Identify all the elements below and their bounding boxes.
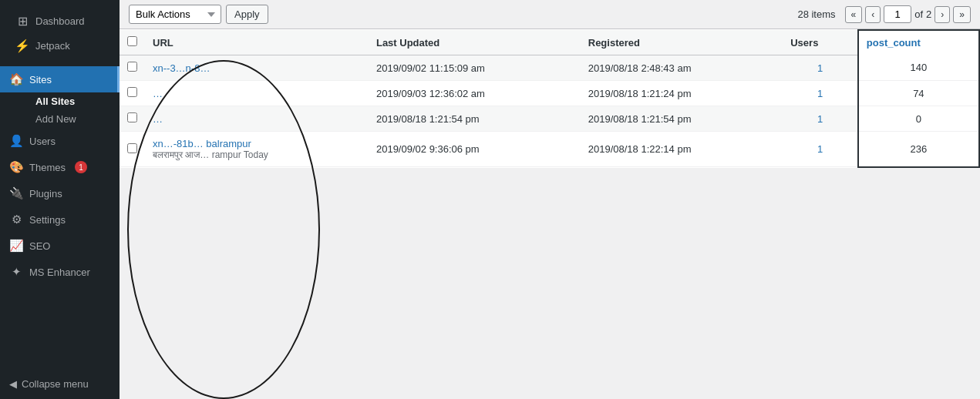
themes-icon: 🎨 xyxy=(9,160,23,174)
last-page-icon: » xyxy=(959,9,965,20)
header-last-updated: Last Updated xyxy=(369,30,581,55)
row-users: 1 xyxy=(783,106,858,132)
sidebar-logo-section: ⊞ Dashboard ⚡ Jetpack xyxy=(0,0,120,63)
header-post-count: post_count xyxy=(858,30,979,55)
items-count: 28 items xyxy=(797,8,835,20)
page-of-text: of xyxy=(914,8,923,20)
row-post-count: 140 xyxy=(858,55,979,81)
first-page-icon: « xyxy=(851,9,857,20)
row-checkbox-cell xyxy=(120,106,145,132)
last-page-button[interactable]: » xyxy=(953,6,971,23)
select-all-checkbox[interactable] xyxy=(127,36,137,46)
sidebar-item-themes[interactable]: 🎨 Themes 1 xyxy=(0,154,120,180)
sidebar-item-users[interactable]: 👤 Users xyxy=(0,128,120,154)
plugins-icon: 🔌 xyxy=(9,186,23,200)
row-post-count: 74 xyxy=(858,81,979,106)
sidebar-add-new[interactable]: Add New xyxy=(29,110,120,128)
row-post-count: 236 xyxy=(858,132,979,167)
row-last-updated: 2019/08/18 1:21:54 pm xyxy=(369,106,581,132)
sidebar-plugins-label: Plugins xyxy=(29,188,62,200)
row-users: 1 xyxy=(783,81,858,106)
sidebar-item-seo[interactable]: 📈 SEO xyxy=(0,233,120,259)
table-header-row: URL Last Updated Registered Users post_c… xyxy=(120,30,979,55)
collapse-menu-button[interactable]: ◀ Collapse menu xyxy=(0,369,120,399)
url-link[interactable]: … xyxy=(153,88,163,99)
row-checkbox-cell xyxy=(120,132,145,167)
row-registered: 2019/08/18 1:21:54 pm xyxy=(581,106,783,132)
prev-page-icon: ‹ xyxy=(871,9,874,20)
sidebar: ⊞ Dashboard ⚡ Jetpack 🏠 Sites All Sites … xyxy=(0,0,120,399)
sidebar-item-dashboard[interactable]: ⊞ Dashboard xyxy=(9,9,110,32)
url-link[interactable]: xn…-81b… balrampur xyxy=(153,138,251,149)
next-page-button[interactable]: › xyxy=(935,6,950,23)
jetpack-icon: ⚡ xyxy=(15,39,29,52)
sidebar-users-label: Users xyxy=(29,136,56,147)
header-users: Users xyxy=(783,30,858,55)
settings-icon: ⚙ xyxy=(9,213,23,226)
row-url: xn--3…n-8… xyxy=(145,55,369,81)
sidebar-jetpack-label: Jetpack xyxy=(35,40,70,52)
sidebar-nav: 🏠 Sites All Sites Add New 👤 Users 🎨 Them… xyxy=(0,63,120,369)
users-icon: 👤 xyxy=(9,134,23,148)
main-content: Bulk Actions Apply 28 items « ‹ of 2 › » xyxy=(120,0,980,399)
row-url: xn…-81b… balrampur बलरामपुर आज… rampur T… xyxy=(145,132,369,167)
sidebar-all-sites[interactable]: All Sites xyxy=(29,92,120,110)
table-body: xn--3…n-8… 2019/09/02 11:15:09 am 2019/0… xyxy=(120,55,979,167)
header-registered: Registered xyxy=(581,30,783,55)
row-checkbox[interactable] xyxy=(127,143,137,153)
prev-page-button[interactable]: ‹ xyxy=(865,6,881,23)
row-last-updated: 2019/09/03 12:36:02 am xyxy=(369,81,581,106)
users-link[interactable]: 1 xyxy=(817,62,823,74)
url-link[interactable]: xn--3…n-8… xyxy=(153,62,210,74)
table-row: … 2019/08/18 1:21:54 pm 2019/08/18 1:21:… xyxy=(120,106,979,132)
row-checkbox[interactable] xyxy=(127,112,137,122)
row-post-count: 0 xyxy=(858,106,979,132)
users-link[interactable]: 1 xyxy=(817,143,823,155)
sites-icon: 🏠 xyxy=(9,72,23,86)
row-registered: 2019/08/18 1:21:24 pm xyxy=(581,81,783,106)
row-registered: 2019/08/18 2:48:43 am xyxy=(581,55,783,81)
url-link[interactable]: … xyxy=(153,113,163,125)
row-checkbox[interactable] xyxy=(127,62,137,72)
themes-badge: 1 xyxy=(75,161,87,173)
row-checkbox-cell xyxy=(120,81,145,106)
header-url: URL xyxy=(145,30,369,55)
row-users: 1 xyxy=(783,132,858,167)
row-last-updated: 2019/09/02 11:15:09 am xyxy=(369,55,581,81)
sidebar-item-plugins[interactable]: 🔌 Plugins xyxy=(0,180,120,206)
sidebar-ms-enhancer-label: MS Enhancer xyxy=(29,267,90,278)
row-last-updated: 2019/09/02 9:36:06 pm xyxy=(369,132,581,167)
row-url: … xyxy=(145,81,369,106)
table-container: URL Last Updated Registered Users post_c… xyxy=(120,29,980,399)
bulk-actions-select[interactable]: Bulk Actions xyxy=(129,5,221,24)
users-link[interactable]: 1 xyxy=(817,113,823,125)
page-number-input[interactable] xyxy=(884,5,911,23)
header-checkbox-cell xyxy=(120,30,145,55)
dashboard-icon: ⊞ xyxy=(15,14,29,28)
row-checkbox[interactable] xyxy=(127,87,137,97)
total-pages: 2 xyxy=(926,8,931,20)
seo-icon: 📈 xyxy=(9,239,23,253)
sidebar-item-settings[interactable]: ⚙ Settings xyxy=(0,206,120,233)
table-row: xn--3…n-8… 2019/09/02 11:15:09 am 2019/0… xyxy=(120,55,979,81)
collapse-label: Collapse menu xyxy=(22,378,89,390)
ms-enhancer-icon: ✦ xyxy=(9,265,23,279)
first-page-button[interactable]: « xyxy=(845,6,863,23)
toolbar: Bulk Actions Apply 28 items « ‹ of 2 › » xyxy=(120,0,980,29)
sidebar-seo-label: SEO xyxy=(29,240,50,252)
pagination-controls: 28 items « ‹ of 2 › » xyxy=(797,5,971,23)
sidebar-item-jetpack[interactable]: ⚡ Jetpack xyxy=(9,34,110,57)
apply-button[interactable]: Apply xyxy=(226,5,268,24)
sidebar-item-ms-enhancer[interactable]: ✦ MS Enhancer xyxy=(0,259,120,285)
sidebar-item-sites[interactable]: 🏠 Sites xyxy=(0,66,120,92)
sidebar-sites-label: Sites xyxy=(29,74,52,86)
sidebar-themes-label: Themes xyxy=(29,162,66,173)
sidebar-dashboard-label: Dashboard xyxy=(35,15,85,27)
row-registered: 2019/08/18 1:22:14 pm xyxy=(581,132,783,167)
table-row: … 2019/09/03 12:36:02 am 2019/08/18 1:21… xyxy=(120,81,979,106)
users-link[interactable]: 1 xyxy=(817,88,823,99)
sidebar-settings-label: Settings xyxy=(29,214,66,226)
sidebar-sites-sub: All Sites Add New xyxy=(0,92,120,128)
row-checkbox-cell xyxy=(120,55,145,81)
sites-table: URL Last Updated Registered Users post_c… xyxy=(120,29,980,168)
